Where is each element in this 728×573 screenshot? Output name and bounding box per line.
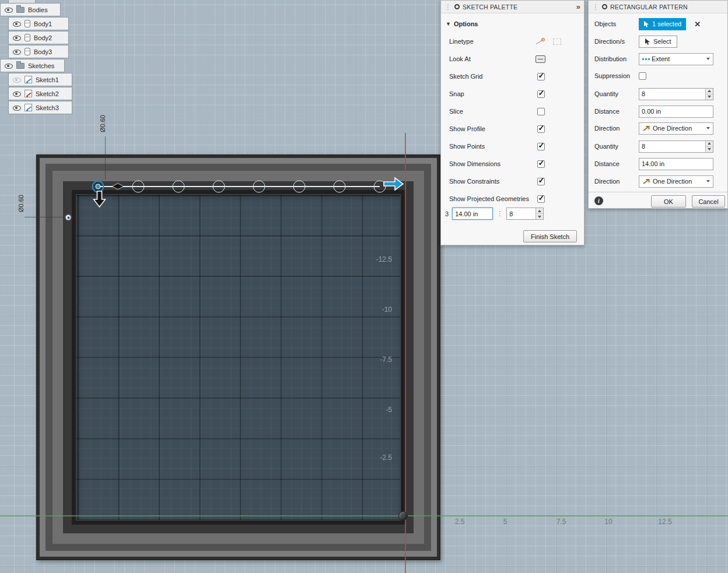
cursor-icon bbox=[645, 38, 650, 45]
drag-handle-icon[interactable]: ⋮ bbox=[592, 4, 599, 10]
dimension-index-label: 3 bbox=[445, 210, 449, 217]
snap-checkbox[interactable] bbox=[537, 90, 545, 98]
toggle-row: Show Dimensions bbox=[441, 158, 584, 170]
eye-icon[interactable] bbox=[12, 104, 21, 111]
objects-selected-label: 1 selected bbox=[652, 20, 681, 27]
quantity2-row: Quantity bbox=[589, 140, 727, 152]
objects-selected-chip[interactable]: 1 selected bbox=[639, 18, 686, 30]
browser-item-body1[interactable]: Body1 bbox=[8, 17, 69, 30]
grid-label: -10 bbox=[369, 305, 392, 314]
dialog-header[interactable]: ⋮ RECTANGULAR PATTERN bbox=[589, 1, 727, 13]
browser-item-sketch1[interactable]: Sketch1 bbox=[8, 73, 72, 86]
select-direction-button[interactable]: Select bbox=[639, 36, 677, 48]
drag-handle-icon[interactable]: ⋮ bbox=[496, 211, 503, 216]
eye-icon[interactable] bbox=[12, 90, 21, 97]
ok-button[interactable]: OK bbox=[651, 195, 686, 208]
clear-selection-icon[interactable]: ✕ bbox=[694, 20, 701, 29]
grid-label: -12.5 bbox=[369, 255, 392, 263]
spinner-up-icon[interactable] bbox=[706, 141, 713, 146]
sketch-palette-header[interactable]: ⋮ SKETCH PALETTE » bbox=[441, 1, 584, 13]
browser-item-sketch2[interactable]: Sketch2 bbox=[8, 87, 72, 100]
flip-direction-handle-icon[interactable]: ◀▶ bbox=[113, 181, 122, 190]
collapse-panel-icon[interactable]: » bbox=[576, 2, 580, 11]
row-label: Snap bbox=[441, 90, 464, 97]
selected-point[interactable] bbox=[96, 184, 101, 189]
construction-line-icon[interactable] bbox=[535, 37, 545, 46]
browser-item-sketch3[interactable]: Sketch3 bbox=[8, 101, 72, 114]
sketch-point[interactable] bbox=[65, 214, 72, 222]
pattern-circle[interactable] bbox=[253, 181, 265, 193]
eye-icon[interactable] bbox=[4, 62, 13, 69]
spinner-down-icon[interactable] bbox=[536, 213, 543, 219]
directions-row: Direction/s Select bbox=[589, 36, 727, 47]
diameter-dimension[interactable]: Ø0.60 bbox=[18, 192, 24, 215]
sketch-icon bbox=[24, 76, 32, 83]
folder-icon bbox=[16, 63, 24, 69]
distance2-input[interactable] bbox=[639, 158, 713, 170]
distance2-row: Distance bbox=[589, 158, 727, 170]
toggle-row: Show Constraints bbox=[441, 175, 584, 187]
chevron-down-icon[interactable]: ▼ bbox=[441, 21, 451, 27]
row-label: Linetype bbox=[441, 38, 474, 45]
pattern-quantity-input[interactable] bbox=[507, 208, 536, 219]
show-projected-geometries-checkbox[interactable] bbox=[537, 195, 545, 203]
pattern-circle[interactable] bbox=[132, 181, 145, 193]
eye-icon[interactable] bbox=[12, 34, 21, 41]
quantity2-input[interactable] bbox=[639, 141, 705, 152]
diameter-dimension[interactable]: Ø0.60 bbox=[99, 112, 106, 135]
show-dimensions-checkbox[interactable] bbox=[537, 160, 545, 168]
show-profile-checkbox[interactable] bbox=[537, 125, 545, 133]
finish-sketch-button[interactable]: Finish Sketch bbox=[523, 230, 577, 242]
distance1-input[interactable] bbox=[639, 106, 713, 118]
drag-handle-icon[interactable]: ⋮ bbox=[444, 4, 452, 10]
pocket-grid-face[interactable] bbox=[76, 195, 400, 520]
browser-item-sketches-folder[interactable]: Sketches bbox=[0, 59, 65, 72]
pattern-distance-input[interactable] bbox=[452, 208, 493, 220]
show-constraints-checkbox[interactable] bbox=[537, 178, 545, 185]
origin-marker[interactable] bbox=[398, 511, 408, 521]
eye-off-icon[interactable] bbox=[12, 76, 21, 83]
dimension-leader-line bbox=[24, 217, 63, 217]
browser-item-bodies-folder[interactable]: Bodies bbox=[0, 3, 61, 16]
chevron-down-icon bbox=[706, 180, 710, 182]
field-label: Quantity bbox=[589, 90, 639, 97]
browser-item-body2[interactable]: Body2 bbox=[8, 31, 69, 44]
direction1-dropdown[interactable]: One Direction bbox=[639, 122, 713, 135]
pattern-circle[interactable] bbox=[213, 181, 225, 193]
row-label: Show Dimensions bbox=[441, 160, 501, 167]
cancel-button[interactable]: Cancel bbox=[692, 195, 725, 208]
quantity1-input[interactable] bbox=[639, 89, 705, 100]
chevron-down-icon bbox=[706, 58, 710, 60]
slice-checkbox[interactable] bbox=[537, 108, 545, 115]
cursor-icon bbox=[643, 20, 649, 27]
dialog-icon bbox=[602, 4, 607, 9]
pattern-circle[interactable] bbox=[293, 181, 306, 193]
show-points-checkbox[interactable] bbox=[537, 143, 545, 150]
eye-icon[interactable] bbox=[12, 48, 21, 55]
eye-icon[interactable] bbox=[12, 20, 21, 27]
look-at-icon[interactable] bbox=[536, 55, 545, 63]
browser-item-label: Bodies bbox=[28, 6, 48, 13]
pattern-circle[interactable] bbox=[334, 181, 346, 193]
info-icon[interactable]: i bbox=[594, 196, 603, 205]
eye-icon[interactable] bbox=[4, 6, 13, 13]
y-axis-line bbox=[405, 133, 406, 573]
direction2-dropdown[interactable]: One Direction bbox=[639, 175, 713, 188]
pattern-direction-arrow-icon[interactable] bbox=[383, 176, 405, 192]
extent-icon bbox=[642, 58, 644, 60]
distribution-value: Extent bbox=[652, 55, 670, 62]
spinner-up-icon[interactable] bbox=[706, 89, 713, 94]
suppression-checkbox[interactable] bbox=[639, 72, 646, 80]
body-icon bbox=[24, 48, 30, 55]
spinner-down-icon[interactable] bbox=[706, 94, 713, 100]
spinner-up-icon[interactable] bbox=[536, 208, 543, 213]
spinner-down-icon[interactable] bbox=[706, 146, 713, 152]
linetype-row: Linetype bbox=[441, 36, 584, 47]
drag-down-arrow-icon[interactable] bbox=[93, 190, 106, 208]
sketch-grid-checkbox[interactable] bbox=[537, 73, 545, 80]
browser-item-body3[interactable]: Body3 bbox=[8, 45, 69, 58]
distribution-dropdown[interactable]: Extent bbox=[639, 53, 713, 65]
projected-line-icon[interactable] bbox=[553, 38, 561, 45]
options-section-header[interactable]: ▼ Options bbox=[441, 18, 584, 30]
pattern-circle[interactable] bbox=[173, 181, 185, 193]
